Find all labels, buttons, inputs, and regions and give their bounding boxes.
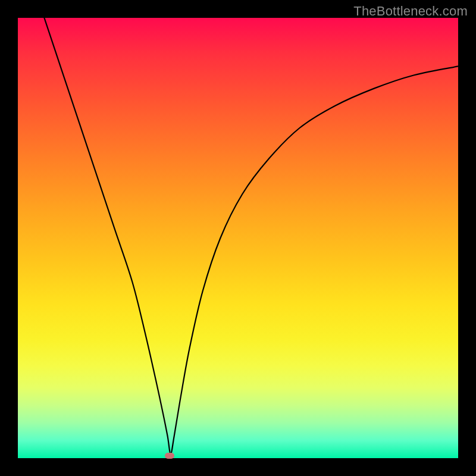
- chart-canvas: TheBottleneck.com: [0, 0, 476, 476]
- optimum-marker: [165, 453, 174, 459]
- plot-area: [18, 18, 458, 458]
- bottleneck-curve: [18, 18, 458, 458]
- watermark-text: TheBottleneck.com: [353, 4, 468, 19]
